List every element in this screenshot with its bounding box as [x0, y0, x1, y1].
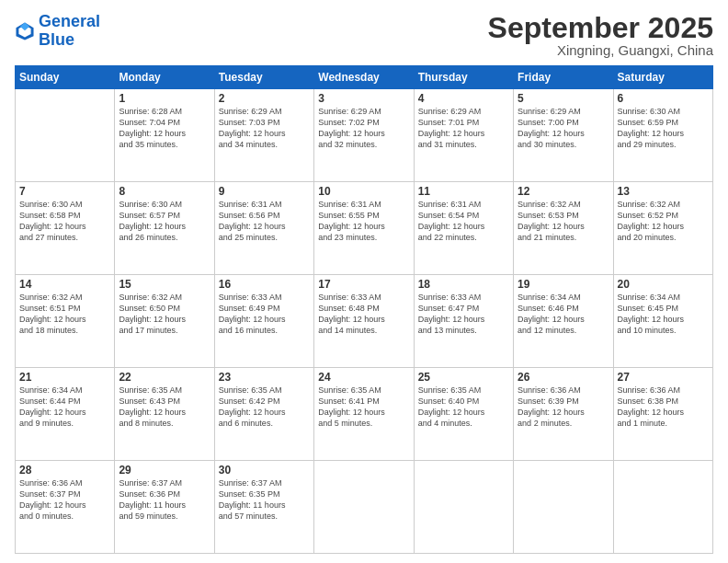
day-info: Sunrise: 6:28 AM Sunset: 7:04 PM Dayligh… — [119, 106, 210, 151]
day-info: Sunrise: 6:35 AM Sunset: 6:43 PM Dayligh… — [119, 385, 210, 430]
day-number: 29 — [119, 464, 210, 477]
weekday-header-row: Sunday Monday Tuesday Wednesday Thursday… — [16, 66, 713, 89]
header-tuesday: Tuesday — [214, 66, 313, 89]
day-info: Sunrise: 6:29 AM Sunset: 7:01 PM Dayligh… — [418, 106, 509, 151]
calendar-cell-w5-d0: 28Sunrise: 6:36 AM Sunset: 6:37 PM Dayli… — [16, 461, 115, 554]
day-number: 24 — [318, 371, 409, 384]
week-row-5: 28Sunrise: 6:36 AM Sunset: 6:37 PM Dayli… — [16, 461, 713, 554]
calendar-cell-w1-d2: 2Sunrise: 6:29 AM Sunset: 7:03 PM Daylig… — [214, 89, 313, 182]
month-title: September 2025 — [488, 13, 713, 42]
calendar-cell-w2-d3: 10Sunrise: 6:31 AM Sunset: 6:55 PM Dayli… — [314, 182, 414, 275]
day-number: 7 — [19, 185, 110, 198]
location-subtitle: Xingning, Guangxi, China — [488, 42, 713, 58]
calendar-cell-w4-d1: 22Sunrise: 6:35 AM Sunset: 6:43 PM Dayli… — [115, 368, 214, 461]
week-row-1: 1Sunrise: 6:28 AM Sunset: 7:04 PM Daylig… — [16, 89, 713, 182]
day-info: Sunrise: 6:32 AM Sunset: 6:53 PM Dayligh… — [518, 199, 609, 244]
day-number: 16 — [219, 278, 310, 291]
header-monday: Monday — [115, 66, 214, 89]
day-number: 22 — [119, 371, 210, 384]
day-info: Sunrise: 6:32 AM Sunset: 6:50 PM Dayligh… — [119, 292, 210, 337]
calendar-cell-w3-d1: 15Sunrise: 6:32 AM Sunset: 6:50 PM Dayli… — [115, 275, 214, 368]
day-info: Sunrise: 6:37 AM Sunset: 6:36 PM Dayligh… — [119, 477, 210, 523]
day-number: 17 — [318, 278, 409, 291]
day-number: 5 — [518, 92, 609, 105]
day-info: Sunrise: 6:33 AM Sunset: 6:49 PM Dayligh… — [219, 292, 310, 337]
day-info: Sunrise: 6:36 AM Sunset: 6:39 PM Dayligh… — [518, 385, 609, 430]
calendar-cell-w5-d4 — [414, 461, 513, 554]
calendar-cell-w4-d0: 21Sunrise: 6:34 AM Sunset: 6:44 PM Dayli… — [16, 368, 115, 461]
page: General Blue September 2025 Xingning, Gu… — [0, 0, 728, 563]
calendar-cell-w1-d5: 5Sunrise: 6:29 AM Sunset: 7:00 PM Daylig… — [514, 89, 613, 182]
day-info: Sunrise: 6:32 AM Sunset: 6:51 PM Dayligh… — [19, 292, 110, 337]
week-row-3: 14Sunrise: 6:32 AM Sunset: 6:51 PM Dayli… — [16, 275, 713, 368]
day-info: Sunrise: 6:31 AM Sunset: 6:54 PM Dayligh… — [418, 199, 509, 244]
week-row-4: 21Sunrise: 6:34 AM Sunset: 6:44 PM Dayli… — [16, 368, 713, 461]
day-info: Sunrise: 6:36 AM Sunset: 6:38 PM Dayligh… — [618, 385, 709, 430]
calendar-cell-w4-d6: 27Sunrise: 6:36 AM Sunset: 6:38 PM Dayli… — [613, 368, 712, 461]
day-info: Sunrise: 6:34 AM Sunset: 6:44 PM Dayligh… — [19, 385, 110, 430]
day-info: Sunrise: 6:30 AM Sunset: 6:59 PM Dayligh… — [618, 106, 709, 151]
day-info: Sunrise: 6:34 AM Sunset: 6:45 PM Dayligh… — [618, 292, 709, 337]
calendar-cell-w1-d6: 6Sunrise: 6:30 AM Sunset: 6:59 PM Daylig… — [613, 89, 712, 182]
calendar-cell-w3-d0: 14Sunrise: 6:32 AM Sunset: 6:51 PM Dayli… — [16, 275, 115, 368]
header: General Blue September 2025 Xingning, Gu… — [15, 13, 713, 58]
calendar-cell-w5-d6 — [613, 461, 712, 554]
day-number: 10 — [318, 185, 409, 198]
day-info: Sunrise: 6:29 AM Sunset: 7:03 PM Dayligh… — [219, 106, 310, 151]
day-number: 9 — [219, 185, 310, 198]
logo: General Blue — [15, 13, 100, 50]
logo-line2: Blue — [39, 30, 74, 49]
title-block: September 2025 Xingning, Guangxi, China — [488, 13, 713, 58]
day-number: 28 — [19, 464, 110, 477]
calendar-cell-w1-d3: 3Sunrise: 6:29 AM Sunset: 7:02 PM Daylig… — [314, 89, 414, 182]
day-info: Sunrise: 6:31 AM Sunset: 6:55 PM Dayligh… — [318, 199, 409, 244]
calendar-cell-w2-d1: 8Sunrise: 6:30 AM Sunset: 6:57 PM Daylig… — [115, 182, 214, 275]
calendar-cell-w5-d2: 30Sunrise: 6:37 AM Sunset: 6:35 PM Dayli… — [214, 461, 313, 554]
day-info: Sunrise: 6:34 AM Sunset: 6:46 PM Dayligh… — [518, 292, 609, 337]
day-info: Sunrise: 6:31 AM Sunset: 6:56 PM Dayligh… — [219, 199, 310, 244]
day-number: 18 — [418, 278, 509, 291]
day-info: Sunrise: 6:33 AM Sunset: 6:47 PM Dayligh… — [418, 292, 509, 337]
calendar-cell-w2-d5: 12Sunrise: 6:32 AM Sunset: 6:53 PM Dayli… — [514, 182, 613, 275]
day-info: Sunrise: 6:36 AM Sunset: 6:37 PM Dayligh… — [19, 477, 110, 523]
logo-line1: General — [39, 12, 100, 30]
calendar-cell-w2-d0: 7Sunrise: 6:30 AM Sunset: 6:58 PM Daylig… — [16, 182, 115, 275]
calendar-cell-w3-d2: 16Sunrise: 6:33 AM Sunset: 6:49 PM Dayli… — [214, 275, 313, 368]
day-info: Sunrise: 6:32 AM Sunset: 6:52 PM Dayligh… — [618, 199, 709, 244]
day-info: Sunrise: 6:35 AM Sunset: 6:42 PM Dayligh… — [219, 385, 310, 430]
calendar-cell-w4-d2: 23Sunrise: 6:35 AM Sunset: 6:42 PM Dayli… — [214, 368, 313, 461]
calendar-cell-w3-d4: 18Sunrise: 6:33 AM Sunset: 6:47 PM Dayli… — [414, 275, 513, 368]
day-number: 8 — [119, 185, 210, 198]
day-info: Sunrise: 6:29 AM Sunset: 7:00 PM Dayligh… — [518, 106, 609, 151]
calendar-cell-w4-d5: 26Sunrise: 6:36 AM Sunset: 6:39 PM Dayli… — [514, 368, 613, 461]
day-info: Sunrise: 6:37 AM Sunset: 6:35 PM Dayligh… — [219, 477, 310, 523]
calendar-cell-w5-d5 — [514, 461, 613, 554]
day-number: 21 — [19, 371, 110, 384]
calendar-cell-w1-d0 — [16, 89, 115, 182]
day-number: 4 — [418, 92, 509, 105]
day-info: Sunrise: 6:35 AM Sunset: 6:41 PM Dayligh… — [318, 385, 409, 430]
logo-icon — [15, 21, 35, 41]
day-number: 30 — [219, 464, 310, 477]
calendar-cell-w5-d3 — [314, 461, 414, 554]
day-number: 14 — [19, 278, 110, 291]
calendar-table: Sunday Monday Tuesday Wednesday Thursday… — [15, 65, 713, 554]
day-number: 19 — [518, 278, 609, 291]
header-saturday: Saturday — [613, 66, 712, 89]
calendar-cell-w2-d6: 13Sunrise: 6:32 AM Sunset: 6:52 PM Dayli… — [613, 182, 712, 275]
day-number: 20 — [618, 278, 709, 291]
day-number: 6 — [618, 92, 709, 105]
calendar-cell-w4-d3: 24Sunrise: 6:35 AM Sunset: 6:41 PM Dayli… — [314, 368, 414, 461]
day-number: 3 — [318, 92, 409, 105]
calendar-cell-w1-d4: 4Sunrise: 6:29 AM Sunset: 7:01 PM Daylig… — [414, 89, 513, 182]
calendar-cell-w2-d4: 11Sunrise: 6:31 AM Sunset: 6:54 PM Dayli… — [414, 182, 513, 275]
day-number: 15 — [119, 278, 210, 291]
day-number: 23 — [219, 371, 310, 384]
day-info: Sunrise: 6:30 AM Sunset: 6:57 PM Dayligh… — [119, 199, 210, 244]
calendar-cell-w2-d2: 9Sunrise: 6:31 AM Sunset: 6:56 PM Daylig… — [214, 182, 313, 275]
day-number: 11 — [418, 185, 509, 198]
day-number: 13 — [618, 185, 709, 198]
calendar-cell-w5-d1: 29Sunrise: 6:37 AM Sunset: 6:36 PM Dayli… — [115, 461, 214, 554]
week-row-2: 7Sunrise: 6:30 AM Sunset: 6:58 PM Daylig… — [16, 182, 713, 275]
header-sunday: Sunday — [16, 66, 115, 89]
